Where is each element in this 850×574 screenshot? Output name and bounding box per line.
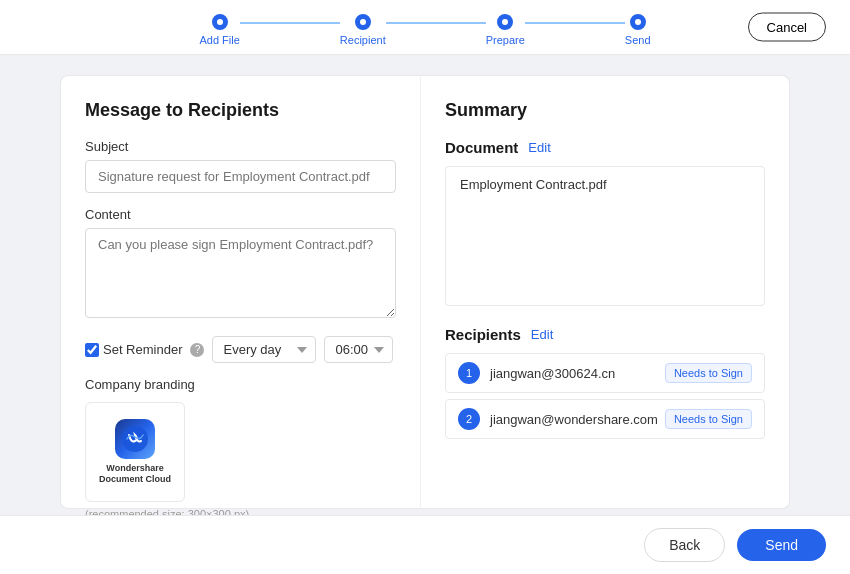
brand-logo	[115, 419, 155, 459]
steps-container: Add File Recipient Prepare Send	[199, 14, 650, 46]
svg-point-0	[122, 426, 148, 452]
step-label-3: Prepare	[486, 34, 525, 46]
reminder-text: Set Reminder	[103, 342, 182, 357]
frequency-select[interactable]: Every day Every week	[212, 336, 316, 363]
step-label-1: Add File	[199, 34, 239, 46]
recipient-role-1: Needs to Sign	[665, 363, 752, 383]
recipients-section-header: Recipients Edit	[445, 326, 765, 343]
step-label-4: Send	[625, 34, 651, 46]
reminder-row: Set Reminder ? Every day Every week 06:0…	[85, 336, 396, 363]
subject-input[interactable]	[85, 160, 396, 193]
document-section-title: Document	[445, 139, 518, 156]
document-section-header: Document Edit	[445, 139, 765, 156]
recipient-num-2: 2	[458, 408, 480, 430]
help-icon[interactable]: ?	[190, 343, 204, 357]
recipients-edit-link[interactable]: Edit	[531, 327, 553, 342]
recipients-section-title: Recipients	[445, 326, 521, 343]
step-line-2	[386, 22, 486, 24]
time-select[interactable]: 06:00 08:00 12:00	[324, 336, 393, 363]
back-button[interactable]: Back	[644, 528, 725, 562]
company-branding-title: Company branding	[85, 377, 396, 392]
step-circle-inner-4	[635, 19, 641, 25]
bottom-bar: Back Send	[0, 515, 850, 574]
step-recipient: Recipient	[340, 14, 386, 46]
content-input[interactable]	[85, 228, 396, 318]
document-section: Document Edit Employment Contract.pdf	[445, 139, 765, 306]
brand-name: Wondershare Document Cloud	[99, 463, 171, 485]
recipient-email-1: jiangwan@300624.cn	[490, 366, 665, 381]
wondershare-logo-icon	[121, 425, 149, 453]
recipient-role-2: Needs to Sign	[665, 409, 752, 429]
step-circle-3	[497, 14, 513, 30]
step-circle-inner-2	[360, 19, 366, 25]
left-panel: Message to Recipients Subject Content Se…	[60, 75, 420, 509]
recipient-num-1: 1	[458, 362, 480, 384]
step-add-file: Add File	[199, 14, 239, 46]
main-content: Message to Recipients Subject Content Se…	[0, 55, 850, 529]
recipients-section: Recipients Edit 1 jiangwan@300624.cn Nee…	[445, 326, 765, 439]
left-panel-title: Message to Recipients	[85, 100, 396, 121]
cancel-button[interactable]: Cancel	[748, 13, 826, 42]
step-label-2: Recipient	[340, 34, 386, 46]
step-line-3	[525, 22, 625, 24]
step-circle-1	[212, 14, 228, 30]
step-send: Send	[625, 14, 651, 46]
step-circle-inner-3	[502, 19, 508, 25]
document-edit-link[interactable]: Edit	[528, 140, 550, 155]
recipient-email-2: jiangwan@wondershare.com	[490, 412, 665, 427]
send-button[interactable]: Send	[737, 529, 826, 561]
step-circle-2	[355, 14, 371, 30]
document-box: Employment Contract.pdf	[445, 166, 765, 306]
step-circle-inner-1	[217, 19, 223, 25]
stepper: Add File Recipient Prepare Send Cancel	[0, 0, 850, 55]
reminder-checkbox-label[interactable]: Set Reminder	[85, 342, 182, 357]
step-circle-4	[630, 14, 646, 30]
recipients-list: 1 jiangwan@300624.cn Needs to Sign 2 jia…	[445, 353, 765, 439]
subject-label: Subject	[85, 139, 396, 154]
reminder-checkbox[interactable]	[85, 343, 99, 357]
brand-logo-box: Wondershare Document Cloud	[85, 402, 185, 502]
content-label: Content	[85, 207, 396, 222]
step-prepare: Prepare	[486, 14, 525, 46]
document-name: Employment Contract.pdf	[460, 177, 607, 192]
recipient-item-1: 1 jiangwan@300624.cn Needs to Sign	[445, 353, 765, 393]
recipient-item-2: 2 jiangwan@wondershare.com Needs to Sign	[445, 399, 765, 439]
step-line-1	[240, 22, 340, 24]
right-panel: Summary Document Edit Employment Contrac…	[420, 75, 790, 509]
right-panel-title: Summary	[445, 100, 765, 121]
